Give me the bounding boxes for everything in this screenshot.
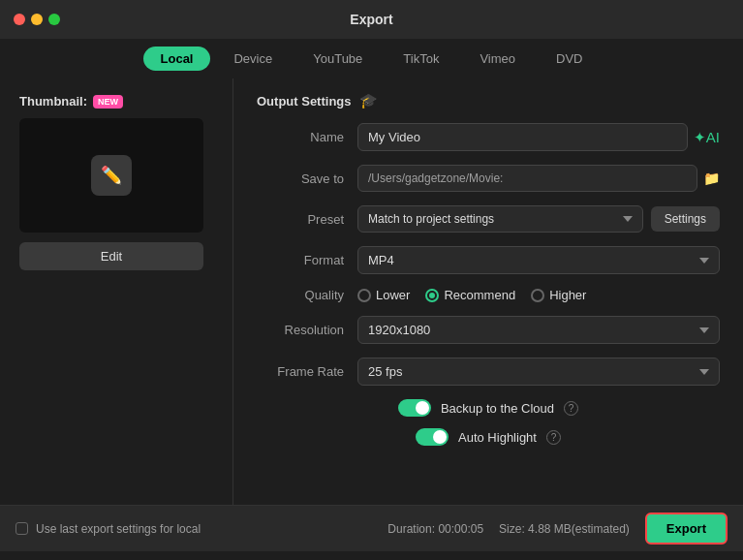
settings-button[interactable]: Settings: [651, 206, 720, 232]
frame-rate-select[interactable]: 25 fps 30 fps 60 fps: [357, 358, 720, 386]
resolution-select[interactable]: 1920x1080 1280x720 3840x2160: [357, 316, 720, 344]
quality-row: Quality Lower Recommend Higher: [257, 288, 720, 302]
format-label: Format: [257, 253, 344, 267]
auto-highlight-toggle-knob: [433, 430, 447, 444]
size-text: Size: 4.88 MB(estimated): [499, 522, 630, 536]
use-last-checkbox[interactable]: [15, 522, 28, 535]
backup-label: Backup to the Cloud: [441, 401, 554, 416]
save-to-field-wrapper: 📁: [357, 165, 720, 192]
window-title: Export: [350, 12, 392, 27]
save-to-label: Save to: [257, 171, 344, 186]
tab-device[interactable]: Device: [216, 47, 290, 71]
quality-lower[interactable]: Lower: [357, 288, 410, 302]
resolution-row: Resolution 1920x1080 1280x720 3840x2160: [257, 316, 720, 344]
backup-help-icon[interactable]: ?: [564, 401, 578, 416]
auto-highlight-help-icon[interactable]: ?: [546, 430, 561, 445]
quality-higher-radio[interactable]: [531, 289, 544, 302]
maximize-button[interactable]: [48, 14, 60, 25]
preset-row: Preset Match to project settings Setting…: [257, 205, 720, 233]
tab-vimeo[interactable]: Vimeo: [462, 47, 533, 71]
quality-higher[interactable]: Higher: [531, 288, 586, 302]
auto-highlight-toggle[interactable]: [416, 428, 449, 446]
ai-icon: ✦AI: [694, 129, 720, 146]
name-input[interactable]: [357, 123, 688, 151]
resolution-label: Resolution: [257, 323, 344, 337]
backup-toggle-knob: [416, 401, 429, 415]
thumbnail-label: Thumbnail: NEW: [19, 94, 213, 109]
bottom-bar: Use last export settings for local Durat…: [0, 505, 743, 551]
tab-local[interactable]: Local: [143, 47, 211, 71]
traffic-lights: [14, 14, 60, 25]
name-field-wrapper: ✦AI: [357, 123, 720, 151]
save-to-input[interactable]: [357, 165, 697, 192]
quality-lower-label: Lower: [376, 288, 410, 302]
format-select[interactable]: MP4 MOV AVI: [357, 246, 720, 274]
quality-recommend-radio[interactable]: [425, 289, 439, 302]
thumbnail-edit-icon: ✏️: [91, 155, 132, 196]
name-label: Name: [257, 130, 344, 144]
format-row: Format MP4 MOV AVI: [257, 246, 720, 274]
folder-icon[interactable]: 📁: [703, 171, 720, 186]
auto-highlight-row: Auto Highlight ?: [257, 428, 720, 446]
left-panel: Thumbnail: NEW ✏️ Edit: [0, 78, 232, 505]
right-panel: Output Settings 🎓 Name ✦AI Save to 📁 Pre…: [233, 78, 743, 505]
new-badge: NEW: [93, 95, 123, 109]
preset-field-wrapper: Match to project settings Settings: [357, 205, 720, 233]
main-content: Thumbnail: NEW ✏️ Edit Output Settings 🎓…: [0, 78, 743, 505]
minimize-button[interactable]: [31, 14, 43, 25]
backup-toggle[interactable]: [398, 399, 431, 417]
tab-tiktok[interactable]: TikTok: [386, 47, 456, 71]
bottom-right: Duration: 00:00:05 Size: 4.88 MB(estimat…: [387, 513, 728, 544]
thumbnail-text: Thumbnail:: [19, 94, 87, 109]
tab-youtube[interactable]: YouTube: [295, 47, 380, 71]
output-settings-label: Output Settings: [257, 94, 352, 109]
name-row: Name ✦AI: [257, 123, 720, 151]
thumbnail-preview: ✏️: [19, 118, 203, 233]
title-bar: Export: [0, 0, 743, 39]
quality-label: Quality: [257, 288, 344, 302]
quality-higher-label: Higher: [549, 288, 586, 302]
quality-lower-radio[interactable]: [357, 289, 371, 302]
close-button[interactable]: [14, 14, 25, 25]
quality-options: Lower Recommend Higher: [357, 288, 720, 302]
edit-thumbnail-button[interactable]: Edit: [19, 242, 203, 270]
output-settings-header: Output Settings 🎓: [257, 92, 720, 109]
auto-highlight-label: Auto Highlight: [458, 430, 537, 445]
preset-label: Preset: [257, 212, 344, 227]
tab-dvd[interactable]: DVD: [539, 47, 600, 71]
export-button[interactable]: Export: [645, 513, 728, 544]
duration-text: Duration: 00:00:05: [387, 522, 483, 536]
tab-bar: Local Device YouTube TikTok Vimeo DVD: [0, 39, 743, 78]
use-last-label: Use last export settings for local: [36, 522, 201, 536]
quality-recommend-label: Recommend: [444, 288, 515, 302]
graduation-icon: 🎓: [359, 92, 378, 109]
quality-recommend[interactable]: Recommend: [425, 288, 515, 302]
save-to-row: Save to 📁: [257, 165, 720, 192]
frame-rate-row: Frame Rate 25 fps 30 fps 60 fps: [257, 358, 720, 386]
backup-row: Backup to the Cloud ?: [257, 399, 720, 417]
frame-rate-label: Frame Rate: [257, 364, 344, 379]
use-last-settings: Use last export settings for local: [15, 522, 201, 536]
preset-select[interactable]: Match to project settings: [357, 205, 643, 233]
